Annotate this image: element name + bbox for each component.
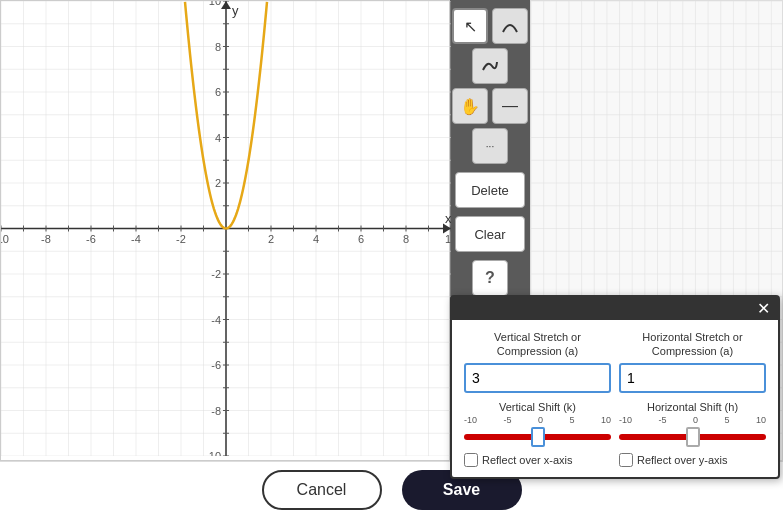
horizontal-shift-group: Horizontal Shift (h) -10 -5 0 5 10 [619,401,766,449]
graph-canvas [1,1,451,456]
reflect-x-group: Reflect over x-axis [464,453,611,467]
main-container: ↖ ✋ — ··· Delete Clear ? ✕ [0,0,783,461]
vertical-shift-tick-labels: -10 -5 0 5 10 [464,415,611,425]
horizontal-stretch-group: Horizontal Stretch orCompression (a) [619,330,766,393]
help-button[interactable]: ? [472,260,508,296]
graph-area [0,0,450,461]
cursor-tool-button[interactable]: ↖ [452,8,488,44]
shift-row: Vertical Shift (k) -10 -5 0 5 10 [464,401,766,449]
reflect-row: Reflect over x-axis Reflect over y-axis [464,453,766,467]
vertical-shift-track [464,434,611,440]
hand-tool-button[interactable]: ✋ [452,88,488,124]
dialog-header: ✕ [452,297,778,320]
vertical-shift-thumb[interactable] [531,427,545,447]
reflect-x-label: Reflect over x-axis [482,454,572,466]
vertical-stretch-label: Vertical Stretch orCompression (a) [464,330,611,359]
tool-row-2: ✋ — [452,88,528,124]
curve-tool-button[interactable] [472,48,508,84]
vertical-shift-label: Vertical Shift (k) [464,401,611,413]
horizontal-stretch-label: Horizontal Stretch orCompression (a) [619,330,766,359]
horizontal-shift-thumb[interactable] [686,427,700,447]
tool-row-3: ··· [472,128,508,164]
stretch-param-row: Vertical Stretch orCompression (a) Horiz… [464,330,766,393]
horizontal-stretch-input[interactable] [619,363,766,393]
vertical-shift-group: Vertical Shift (k) -10 -5 0 5 10 [464,401,611,449]
arc-tool-button[interactable] [492,8,528,44]
vertical-shift-slider-container [464,425,611,449]
vertical-stretch-group: Vertical Stretch orCompression (a) [464,330,611,393]
horizontal-shift-tick-labels: -10 -5 0 5 10 [619,415,766,425]
dialog-body: Vertical Stretch orCompression (a) Horiz… [452,320,778,477]
dots-tool-button[interactable]: ··· [472,128,508,164]
tool-row-1b [472,48,508,84]
vertical-stretch-input[interactable] [464,363,611,393]
reflect-x-checkbox[interactable] [464,453,478,467]
horizontal-shift-track [619,434,766,440]
reflect-y-checkbox[interactable] [619,453,633,467]
tool-row-1: ↖ [452,8,528,44]
cancel-button[interactable]: Cancel [262,470,382,510]
reflect-y-label: Reflect over y-axis [637,454,727,466]
transform-dialog: ✕ Vertical Stretch orCompression (a) Hor… [450,295,780,479]
delete-button[interactable]: Delete [455,172,525,208]
reflect-y-group: Reflect over y-axis [619,453,766,467]
dialog-close-button[interactable]: ✕ [755,299,772,318]
horizontal-shift-slider-container [619,425,766,449]
horizontal-shift-label: Horizontal Shift (h) [619,401,766,413]
minus-tool-button[interactable]: — [492,88,528,124]
clear-button[interactable]: Clear [455,216,525,252]
